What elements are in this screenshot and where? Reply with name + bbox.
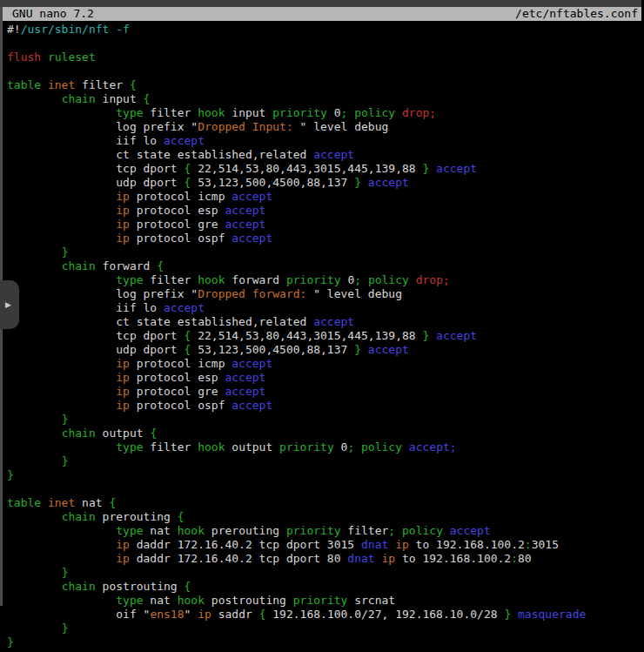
code-token: input xyxy=(96,92,144,105)
code-token: type xyxy=(116,273,143,286)
code-token: accept xyxy=(436,329,477,342)
code-token: log prefix " xyxy=(7,287,198,300)
code-token: output xyxy=(96,427,151,440)
code-line: chain forward { xyxy=(7,259,644,273)
code-token: chain xyxy=(62,92,96,105)
code-token: policy xyxy=(361,440,402,454)
code-token: nat xyxy=(144,594,178,607)
code-line xyxy=(7,482,644,496)
code-line: } xyxy=(7,622,644,635)
code-token: tcp dport xyxy=(7,162,184,175)
code-token: ip xyxy=(116,371,130,384)
code-token: daddr 172.16.40.2 tcp dport 3015 xyxy=(130,538,361,551)
code-token: protocol esp xyxy=(130,371,225,384)
code-token: ip xyxy=(395,538,409,551)
code-token xyxy=(7,524,116,537)
code-line: type nat hook postrouting priority srcna… xyxy=(7,594,644,608)
editor-content[interactable]: #!/usr/sbin/nft -f flush ruleset table i… xyxy=(7,23,644,652)
code-token: 53,123,500,4500,88,137 xyxy=(191,176,354,189)
code-token: prerouting xyxy=(96,510,178,523)
code-line: table inet filter { xyxy=(7,78,644,92)
code-token: ens18 xyxy=(150,608,184,621)
code-token: " level debug xyxy=(300,120,389,133)
code-token: ; xyxy=(354,273,361,286)
code-token: prerouting xyxy=(205,524,286,537)
code-token xyxy=(388,538,395,551)
code-token: accept xyxy=(164,134,205,147)
code-token xyxy=(7,385,116,398)
code-line: oif "ens18" ip saddr { 192.168.100.0/27,… xyxy=(7,608,644,622)
code-token: { xyxy=(109,496,116,509)
code-token: ip xyxy=(116,538,130,551)
code-token xyxy=(7,357,116,370)
code-line: } xyxy=(7,635,644,649)
code-token: inet xyxy=(48,496,75,509)
code-token: type xyxy=(116,106,143,119)
code-token: 192.168.100.0/27, 192.168.10.0/28 xyxy=(265,608,504,621)
code-token: filter xyxy=(144,440,198,454)
code-token: { xyxy=(178,510,184,523)
code-token: " level debug xyxy=(313,287,402,300)
code-token: iif lo xyxy=(7,134,164,147)
code-token: output xyxy=(225,440,279,454)
control-bar-handle[interactable]: ▶ xyxy=(0,280,19,329)
code-token: filter xyxy=(75,78,130,91)
code-token: chain xyxy=(62,510,96,523)
code-token xyxy=(7,273,116,286)
code-line: chain prerouting { xyxy=(7,510,644,524)
code-line: chain input { xyxy=(7,92,644,106)
code-token: hook xyxy=(178,524,205,537)
code-token xyxy=(7,566,62,579)
code-line: iif lo accept xyxy=(7,301,644,315)
code-token: accept; xyxy=(409,440,457,454)
code-token: } xyxy=(62,413,69,426)
code-line: } xyxy=(7,454,644,468)
code-token: accept xyxy=(225,371,265,384)
code-token xyxy=(7,510,62,523)
code-token: hook xyxy=(198,440,225,454)
code-token: policy xyxy=(368,273,409,286)
code-token xyxy=(409,273,416,286)
code-token: forward xyxy=(225,273,285,286)
code-token: priority xyxy=(286,273,341,286)
code-token xyxy=(7,245,62,259)
code-line xyxy=(7,64,644,78)
code-line: chain output { xyxy=(7,427,644,440)
code-token: drop; xyxy=(416,273,450,286)
code-token: accept xyxy=(368,176,409,189)
code-token: " xyxy=(184,608,198,621)
code-token: accept xyxy=(313,315,354,328)
code-token: } xyxy=(62,566,69,579)
code-token: { xyxy=(184,580,191,593)
code-line xyxy=(7,37,644,50)
code-token: ; xyxy=(388,524,395,537)
code-token: policy xyxy=(402,524,443,537)
code-token: } xyxy=(354,176,361,189)
code-token: ip xyxy=(381,552,395,565)
code-token: { xyxy=(157,259,164,272)
code-line: iif lo accept xyxy=(7,134,644,148)
code-token: 22,514,53,80,443,3015,445,139,88 xyxy=(191,162,422,175)
code-token: chain xyxy=(62,259,96,272)
code-token: ip xyxy=(116,218,130,231)
code-token: to 192.168.100.2 xyxy=(409,538,525,551)
code-line: chain postrouting { xyxy=(7,580,644,594)
code-token xyxy=(395,524,402,537)
code-token: } xyxy=(62,454,69,467)
code-token xyxy=(7,190,116,203)
code-token: accept xyxy=(313,148,354,161)
code-token xyxy=(395,106,402,119)
code-token: priority xyxy=(293,594,348,607)
code-token: ct state established,related xyxy=(7,148,313,161)
code-line: udp dport { 53,123,500,4500,88,137 } acc… xyxy=(7,343,644,357)
code-token: policy xyxy=(354,106,395,119)
code-token xyxy=(7,552,116,565)
code-token xyxy=(7,580,62,593)
code-token: accept xyxy=(225,385,265,398)
code-token: table xyxy=(7,78,41,91)
code-line: ip protocol ospf accept xyxy=(7,399,644,413)
code-token xyxy=(7,440,116,454)
code-token: forward xyxy=(96,259,157,272)
code-line: ip protocol icmp accept xyxy=(7,357,644,371)
code-token: } xyxy=(354,343,361,356)
